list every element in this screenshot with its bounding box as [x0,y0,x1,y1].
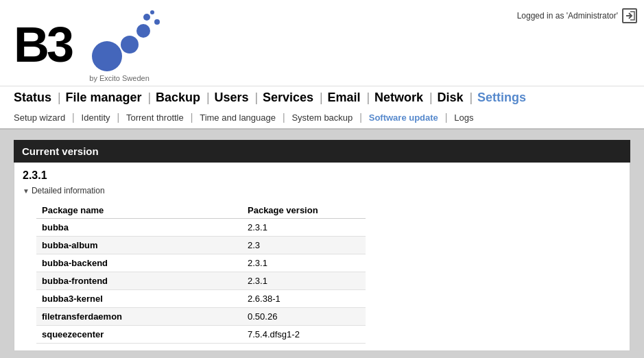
content-area: Current version 2.3.1 Detailed informati… [0,130,644,358]
package-name-cell: bubba3-kernel [36,290,242,308]
subnav-time-language[interactable]: Time and language [200,112,276,123]
subnav-software-update[interactable]: Software update [369,112,438,123]
detail-toggle[interactable]: Detailed information [23,186,621,195]
svg-point-5 [150,10,154,14]
package-table: Package name Package version bubba2.3.1b… [36,202,366,344]
table-row: bubba-frontend2.3.1 [36,272,366,290]
package-name-cell: bubba-backend [36,254,242,272]
user-info: Logged in as 'Administrator' [517,8,637,23]
nav-disk[interactable]: Disk [438,91,464,104]
nav-email[interactable]: Email [328,91,361,104]
package-version-cell: 2.3.1 [242,219,366,237]
nav-users[interactable]: Users [215,91,249,104]
package-version-cell: 7.5.4.dfsg1-2 [242,326,366,344]
package-name-cell: bubba [36,219,242,237]
col-package-version: Package version [242,202,366,219]
package-name-cell: squeezecenter [36,326,242,344]
logo: B3 [14,20,71,69]
nav-network[interactable]: Network [374,91,423,104]
table-row: bubba3-kernel2.6.38-1 [36,290,366,308]
subnav-torrent-throttle[interactable]: Torrent throttle [126,112,184,123]
subnav-setup-wizard[interactable]: Setup wizard [14,112,65,123]
svg-point-2 [136,24,150,38]
version-number: 2.3.1 [23,169,621,182]
version-area: 2.3.1 Detailed information Package name … [14,163,630,351]
nav-settings[interactable]: Settings [477,91,526,104]
logo-area: B3 by Excito Sweden Logged in as 'Admini… [0,0,644,86]
detail-toggle-label: Detailed information [32,186,105,195]
package-name-cell: bubba-album [36,237,242,254]
svg-point-1 [121,36,139,53]
nav-backup[interactable]: Backup [156,91,200,104]
table-row: bubba-album2.3 [36,237,366,254]
sub-nav: Setup wizard | Identity | Torrent thrott… [0,109,644,130]
logout-icon[interactable] [622,8,637,23]
svg-point-0 [92,41,122,71]
subnav-system-backup[interactable]: System backup [291,112,353,123]
subnav-identity[interactable]: Identity [82,112,110,123]
nav-services[interactable]: Services [263,91,313,104]
table-row: bubba-backend2.3.1 [36,254,366,272]
package-name-cell: filetransferdaemon [36,308,242,326]
svg-point-3 [143,14,150,21]
svg-point-4 [154,19,160,25]
package-version-cell: 2.6.38-1 [242,290,366,308]
package-version-cell: 2.3.1 [242,254,366,272]
nav-filemanager[interactable]: File manager [65,91,141,104]
table-row: bubba2.3.1 [36,219,366,237]
table-row: squeezecenter7.5.4.dfsg1-2 [36,326,366,344]
subnav-logs[interactable]: Logs [454,112,473,123]
nav-status[interactable]: Status [14,91,51,104]
package-table-body: bubba2.3.1bubba-album2.3bubba-backend2.3… [36,219,366,344]
main-nav: Status | File manager | Backup | Users |… [0,86,644,109]
user-info-text: Logged in as 'Administrator' [517,11,618,21]
logo-byline: by Excito Sweden [78,74,160,82]
col-package-name: Package name [36,202,242,219]
package-version-cell: 2.3.1 [242,272,366,290]
package-version-cell: 0.50.26 [242,308,366,326]
section-header: Current version [14,140,630,163]
table-row: filetransferdaemon0.50.26 [36,308,366,326]
logo-graphic: by Excito Sweden [78,7,160,82]
package-name-cell: bubba-frontend [36,272,242,290]
package-version-cell: 2.3 [242,237,366,254]
